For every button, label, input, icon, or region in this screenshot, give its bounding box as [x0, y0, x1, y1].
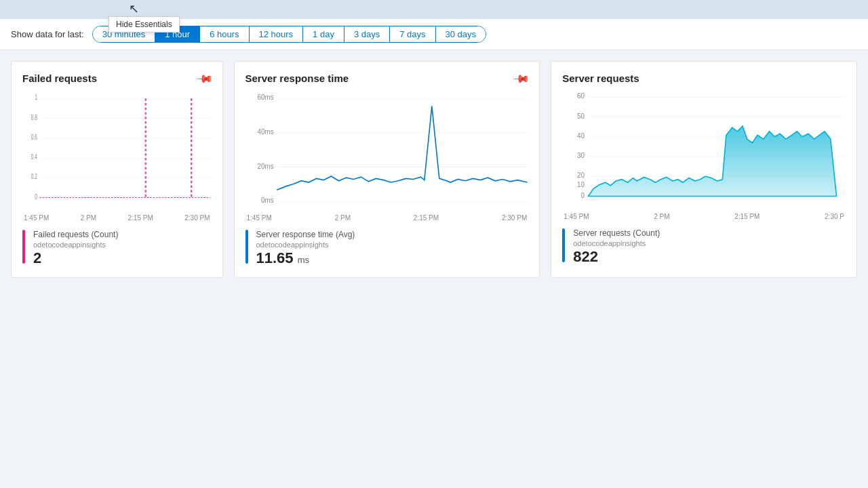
legend-name-requests: Server requests (Count)	[573, 228, 660, 238]
legend-unit-response: ms	[298, 255, 309, 265]
legend-name-response: Server response time (Avg)	[256, 230, 355, 239]
svg-text:40: 40	[577, 132, 585, 140]
server-response-title: Server response time	[245, 73, 349, 84]
charts-area: Failed requests 📌 1 0.8 0.6 0.4 0.2 0	[0, 50, 868, 289]
legend-source-requests: odetocodeappinsights	[573, 239, 660, 247]
svg-text:1: 1	[35, 94, 37, 102]
svg-text:0: 0	[35, 192, 37, 201]
pin-icon-failed[interactable]: 📌	[195, 70, 214, 89]
legend-source-failed: odetocodeappinsights	[33, 241, 118, 249]
server-response-x-labels: 1:45 PM 2 PM 2:15 PM 2:30 PM	[245, 214, 529, 222]
time-btn-30d[interactable]: 30 days	[436, 26, 486, 42]
svg-text:20ms: 20ms	[257, 163, 273, 170]
svg-text:20: 20	[577, 171, 585, 179]
failed-requests-chart: 1 0.8 0.6 0.4 0.2 0	[22, 91, 212, 213]
server-requests-title: Server requests	[562, 73, 639, 84]
svg-text:0.8: 0.8	[31, 113, 37, 121]
legend-bar-response	[245, 230, 248, 264]
svg-text:60: 60	[577, 92, 585, 100]
failed-requests-header: Failed requests 📌	[22, 73, 212, 85]
time-btn-3d[interactable]: 3 days	[344, 26, 390, 42]
legend-bar-failed	[22, 230, 25, 264]
time-btn-6h[interactable]: 6 hours	[200, 26, 249, 42]
top-bar: ↖ Hide Essentials	[0, 0, 868, 19]
hide-essentials-tooltip[interactable]: Hide Essentials	[108, 16, 180, 33]
failed-requests-legend: Failed requests (Count) odetocodeappinsi…	[22, 230, 212, 266]
server-requests-header: Server requests	[562, 73, 846, 84]
server-requests-x-labels: 1:45 PM 2 PM 2:15 PM 2:30 P	[562, 213, 846, 220]
svg-text:0: 0	[581, 192, 585, 199]
time-btn-7d[interactable]: 7 days	[390, 26, 435, 42]
legend-info-requests: Server requests (Count) odetocodeappinsi…	[573, 228, 660, 265]
cursor-icon: ↖	[129, 1, 139, 16]
svg-text:40ms: 40ms	[257, 128, 273, 136]
failed-requests-x-labels: 1:45 PM 2 PM 2:15 PM 2:30 PM	[22, 214, 212, 222]
legend-value-requests: 822	[573, 249, 660, 265]
legend-value-failed: 2	[33, 250, 118, 266]
server-requests-chart: 60 50 40 30 20 10 0	[562, 89, 846, 211]
time-btn-1d[interactable]: 1 day	[303, 26, 344, 42]
server-response-header: Server response time 📌	[245, 73, 529, 85]
server-response-time-card: Server response time 📌 60ms 40ms 20ms 0m…	[234, 61, 540, 278]
time-btn-12h[interactable]: 12 hours	[250, 26, 304, 42]
server-requests-card: Server requests 60 50 40 30 20 10 0	[551, 61, 857, 278]
svg-text:0.2: 0.2	[31, 173, 37, 181]
svg-text:10: 10	[577, 181, 585, 188]
pin-icon-response[interactable]: 📌	[512, 70, 531, 89]
legend-info-failed: Failed requests (Count) odetocodeappinsi…	[33, 230, 118, 266]
failed-requests-title: Failed requests	[22, 73, 97, 84]
svg-text:60ms: 60ms	[257, 94, 273, 101]
legend-bar-requests	[562, 228, 565, 262]
legend-source-response: odetocodeappinsights	[256, 241, 355, 249]
svg-text:0ms: 0ms	[261, 197, 274, 204]
legend-name-failed: Failed requests (Count)	[33, 230, 118, 239]
server-response-legend: Server response time (Avg) odetocodeappi…	[245, 230, 529, 266]
svg-text:50: 50	[577, 113, 585, 120]
svg-text:0.6: 0.6	[31, 134, 37, 142]
legend-value-response: 11.65 ms	[256, 250, 355, 266]
time-filter-label: Show data for last:	[11, 29, 84, 39]
svg-text:30: 30	[577, 152, 585, 159]
server-response-chart: 60ms 40ms 20ms 0ms	[245, 91, 529, 213]
failed-requests-card: Failed requests 📌 1 0.8 0.6 0.4 0.2 0	[11, 61, 223, 278]
server-requests-legend: Server requests (Count) odetocodeappinsi…	[562, 228, 846, 265]
legend-info-response: Server response time (Avg) odetocodeappi…	[256, 230, 355, 266]
svg-text:0.4: 0.4	[31, 153, 37, 161]
